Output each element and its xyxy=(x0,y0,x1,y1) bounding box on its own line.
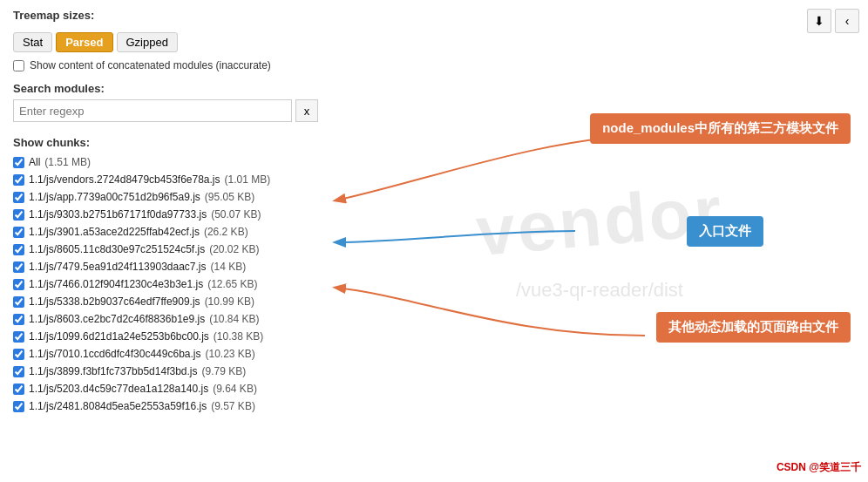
search-input[interactable] xyxy=(13,99,292,122)
chunk-checkbox-13[interactable] xyxy=(13,384,24,395)
chunk-size: (95.05 KB) xyxy=(205,189,254,205)
chunk-checkbox-6[interactable] xyxy=(13,261,24,273)
chunk-item: All (1.51 MB) xyxy=(13,154,318,170)
chunk-checkbox-0[interactable] xyxy=(13,157,24,168)
chunk-name: 1.1/js/9303.b2751b67171f0da97733.js xyxy=(29,207,207,222)
chunk-size: (14 KB) xyxy=(211,259,247,275)
chunk-checkbox-2[interactable] xyxy=(13,192,24,203)
right-area: vendor /vue3-qr-reader/dist node_modules… xyxy=(331,0,868,482)
chunk-item: 1.1/js/7466.012f904f1230c4e3b3e1.js (12.… xyxy=(13,276,318,292)
chunk-checkbox-1[interactable] xyxy=(13,174,24,186)
chunk-size: (10.23 KB) xyxy=(205,346,254,362)
chunk-checkbox-9[interactable] xyxy=(13,314,24,325)
chunk-item: 1.1/js/vendors.2724d8479cb453f6e78a.js (… xyxy=(13,172,318,187)
chunk-size: (10.99 KB) xyxy=(205,294,254,309)
chunk-size: (1.01 MB) xyxy=(225,172,271,187)
chunk-name: 1.1/js/3901.a53ace2d225ffab42ecf.js xyxy=(29,224,200,240)
chunk-checkbox-4[interactable] xyxy=(13,227,24,238)
annotation-dynamic-text: 其他动态加载的页面路由文件 xyxy=(668,319,838,334)
chunk-name: 1.1/js/1099.6d21d1a24e5253b6bc00.js xyxy=(29,329,209,344)
chunk-name: 1.1/js/vendors.2724d8479cb453f6e78a.js xyxy=(29,172,220,187)
chunk-checkbox-10[interactable] xyxy=(13,331,24,343)
watermark-area: vendor /vue3-qr-reader/dist xyxy=(331,0,868,482)
chunk-item: 1.1/js/5203.d4c59c77dea1a128a140.js (9.6… xyxy=(13,381,318,397)
chunk-item: 1.1/js/7479.5ea91d24f113903daac7.js (14 … xyxy=(13,259,318,275)
chunk-item: 1.1/js/1099.6d21d1a24e5253b6bc00.js (10.… xyxy=(13,329,318,344)
download-button[interactable]: ⬇ xyxy=(807,9,831,33)
chunk-item: 1.1/js/app.7739a00c751d2b96f5a9.js (95.0… xyxy=(13,189,318,205)
chunk-checkbox-14[interactable] xyxy=(13,401,24,412)
chunk-item: 1.1/js/3901.a53ace2d225ffab42ecf.js (26.… xyxy=(13,224,318,240)
chunk-size: (10.84 KB) xyxy=(209,311,259,327)
clear-search-button[interactable]: x xyxy=(295,99,318,122)
annotation-vendors: node_modules中所有的第三方模块文件 xyxy=(590,113,851,144)
concatenated-modules-label: Show content of concatenated modules (in… xyxy=(30,59,271,71)
chunk-name: 1.1/js/app.7739a00c751d2b96f5a9.js xyxy=(29,189,200,205)
back-button[interactable]: ‹ xyxy=(835,9,859,33)
stat-button[interactable]: Stat xyxy=(13,32,52,52)
chunk-size: (1.51 MB) xyxy=(44,154,91,170)
size-button-group: Stat Parsed Gzipped xyxy=(13,32,318,52)
chunk-checkbox-5[interactable] xyxy=(13,244,24,255)
chunk-name: 1.1/js/8605.11c8d30e97c251524c5f.js xyxy=(29,241,205,257)
concatenated-modules-checkbox[interactable] xyxy=(13,60,24,71)
chunk-checkbox-12[interactable] xyxy=(13,366,24,377)
chunk-size: (9.57 KB) xyxy=(211,398,255,414)
chunk-size: (9.79 KB) xyxy=(202,363,247,379)
search-row: x xyxy=(13,99,318,122)
concatenated-modules-row: Show content of concatenated modules (in… xyxy=(13,59,318,71)
chunk-size: (20.02 KB) xyxy=(209,241,259,257)
chunk-size: (26.2 KB) xyxy=(204,224,248,240)
main-container: Treemap sizes: ⬇ ‹ Stat Parsed Gzipped S… xyxy=(0,0,868,482)
chunk-item: 1.1/js/7010.1ccd6dfc4f30c449c6ba.js (10.… xyxy=(13,346,318,362)
chunk-name: 1.1/js/5203.d4c59c77dea1a128a140.js xyxy=(29,381,208,397)
annotation-entry: 入口文件 xyxy=(687,216,763,247)
watermark-line2: /vue3-qr-reader/dist xyxy=(516,279,683,302)
chunk-size: (9.64 KB) xyxy=(213,381,257,397)
gzipped-button[interactable]: Gzipped xyxy=(117,32,178,52)
chunk-size: (12.65 KB) xyxy=(207,276,257,292)
chunk-item: 1.1/js/3899.f3bf1fc737bb5d14f3bd.js (9.7… xyxy=(13,363,318,379)
annotation-entry-text: 入口文件 xyxy=(699,223,751,238)
chunk-name: 1.1/js/7479.5ea91d24f113903daac7.js xyxy=(29,259,207,275)
chunk-name: 1.1/js/7010.1ccd6dfc4f30c449c6ba.js xyxy=(29,346,200,362)
chunk-size: (10.38 KB) xyxy=(214,329,263,344)
chunk-checkbox-7[interactable] xyxy=(13,279,24,290)
annotation-dynamic: 其他动态加载的页面路由文件 xyxy=(656,312,851,343)
chunk-item: 1.1/js/5338.b2b9037c64edf7ffe909.js (10.… xyxy=(13,294,318,309)
chunk-item: 1.1/js/9303.b2751b67171f0da97733.js (50.… xyxy=(13,207,318,222)
search-label: Search modules: xyxy=(13,82,318,95)
arrows-overlay xyxy=(331,0,868,482)
chunk-item: 1.1/js/8603.ce2bc7d2c46f8836b1e9.js (10.… xyxy=(13,311,318,327)
chunk-name: 1.1/js/3899.f3bf1fc737bb5d14f3bd.js xyxy=(29,363,198,379)
chunk-size: (50.07 KB) xyxy=(211,207,261,222)
chunk-item: 1.1/js/8605.11c8d30e97c251524c5f.js (20.… xyxy=(13,241,318,257)
parsed-button[interactable]: Parsed xyxy=(56,32,112,52)
chunk-item: 1.1/js/2481.8084d5ea5e2553a59f16.js (9.5… xyxy=(13,398,318,414)
chunk-name: 1.1/js/2481.8084d5ea5e2553a59f16.js xyxy=(29,398,207,414)
left-panel: Treemap sizes: ⬇ ‹ Stat Parsed Gzipped S… xyxy=(0,0,331,482)
chunk-name: All xyxy=(29,154,40,170)
treemap-sizes-label: Treemap sizes: xyxy=(13,9,94,22)
chunk-name: 1.1/js/5338.b2b9037c64edf7ffe909.js xyxy=(29,294,200,309)
chunk-name: 1.1/js/8603.ce2bc7d2c46f8836b1e9.js xyxy=(29,311,205,327)
chunk-checkbox-3[interactable] xyxy=(13,209,24,221)
chunk-checkbox-11[interactable] xyxy=(13,349,24,360)
chunk-name: 1.1/js/7466.012f904f1230c4e3b3e1.js xyxy=(29,276,203,292)
show-chunks-label: Show chunks: xyxy=(13,136,318,149)
annotation-vendors-text: node_modules中所有的第三方模块文件 xyxy=(602,120,838,135)
chunks-list: All (1.51 MB)1.1/js/vendors.2724d8479cb4… xyxy=(13,154,318,414)
chunk-checkbox-8[interactable] xyxy=(13,296,24,308)
csdn-badge: CSDN @笑道三千 xyxy=(776,460,861,475)
